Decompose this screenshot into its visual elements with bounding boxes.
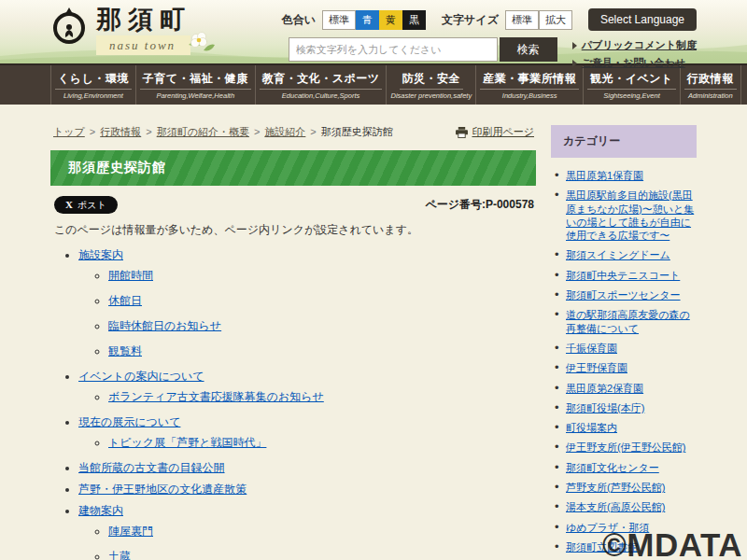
category-link[interactable]: 那須スイミングドーム <box>566 249 670 260</box>
nav-item-jp: 防災・安全 <box>400 71 464 90</box>
intro-text: このページは情報量が多いため、ページ内リンクが設定されています。 <box>54 222 534 238</box>
category-link[interactable]: 黒田原第1保育園 <box>566 170 643 181</box>
toc-item: 施設案内開館時間休館日臨時休館日のお知らせ観覧料 <box>78 247 536 359</box>
color-scheme-label: 色合い <box>282 12 316 28</box>
category-item: 町役場案内 <box>554 421 697 434</box>
quick-link-0[interactable]: パブリックコメント制度 <box>572 38 697 52</box>
arrow-right-icon <box>572 42 577 49</box>
category-item: 千振保育園 <box>554 342 697 355</box>
print-page-link[interactable]: 印刷用ページ <box>456 125 534 139</box>
toc-sublink[interactable]: トピック展「芦野と戦国時代」 <box>108 436 266 449</box>
toc-subitem: 開館時間 <box>108 268 536 284</box>
category-item: 那須町文化センター <box>554 461 697 474</box>
toc-sublink[interactable]: ボランティア古文書応援隊募集のお知らせ <box>108 390 324 403</box>
category-link[interactable]: 黒田原駅前多目的施設(黒田原まちなか広場)〜憩いと集いの場として誰もが自由に使用… <box>566 189 694 241</box>
category-link[interactable]: 町役場案内 <box>566 422 617 433</box>
toc-item: 建物案内陣屋裏門土蔵展示館設計 <box>78 503 536 560</box>
category-item: 湯本支所(高原公民館) <box>554 500 697 513</box>
nav-item-6[interactable]: 行政情報Administration <box>681 65 741 105</box>
category-link[interactable]: 那須町スポーツセンター <box>566 289 681 301</box>
page-title: 那須歴史探訪館 <box>50 150 536 186</box>
select-language-button[interactable]: Select Language <box>588 8 697 31</box>
site-header: 那須町 nasu town <box>0 0 747 63</box>
x-logo-icon: X <box>65 199 73 211</box>
nav-item-4[interactable]: 産業・事業所情報Industry,Business <box>476 65 584 105</box>
font-size-option-1[interactable]: 拡大 <box>539 10 572 30</box>
category-link[interactable]: 湯本支所(高原公民館) <box>566 501 665 512</box>
toc-link[interactable]: 現在の展示について <box>78 415 180 428</box>
nav-item-5[interactable]: 観光・イベントSightseeing,Event <box>584 65 681 105</box>
category-item: 那須スイミングドーム <box>554 248 697 261</box>
toc-subitem: 陣屋裏門 <box>108 524 536 539</box>
category-link[interactable]: 伊王野保育園 <box>566 362 627 373</box>
category-link[interactable]: 那須町中央テニスコート <box>566 270 680 281</box>
nav-item-3[interactable]: 防災・安全Disaster prevention,safety <box>387 65 476 105</box>
category-item: 黒田原駅前多目的施設(黒田原まちなか広場)〜憩いと集いの場として誰もが自由に使用… <box>554 189 697 242</box>
toc-link[interactable]: 当館所蔵の古文書の目録公開 <box>78 461 225 474</box>
breadcrumb-item-2[interactable]: 那須町の紹介・概要 <box>157 126 249 137</box>
breadcrumb-item-3[interactable]: 施設紹介 <box>264 126 305 137</box>
category-link[interactable]: 那須町文化センター <box>566 462 659 473</box>
font-size-option-0[interactable]: 標準 <box>505 10 539 30</box>
category-link[interactable]: 芦野支所(芦野公民館) <box>566 482 665 493</box>
page-toc: 施設案内開館時間休館日臨時休館日のお知らせ観覧料イベントの案内についてボランティ… <box>50 247 536 560</box>
breadcrumb-separator: > <box>310 126 316 137</box>
category-link[interactable]: 伊王野支所(伊王野公民館) <box>566 441 685 453</box>
nav-item-0[interactable]: くらし・環境Living,Environment <box>50 65 136 105</box>
quick-link-1[interactable]: ご意見・お問い合わせ <box>572 56 697 70</box>
nav-item-1[interactable]: 子育て・福祉・健康Parenting,Welfare,Health <box>136 65 256 105</box>
flower-icon <box>183 28 215 56</box>
toc-link[interactable]: イベントの案内について <box>78 370 204 383</box>
toc-subitem: 休館日 <box>108 293 536 309</box>
toc-item: 現在の展示についてトピック展「芦野と戦国時代」 <box>78 414 536 451</box>
breadcrumb-item-0[interactable]: トップ <box>53 126 85 137</box>
toc-sublink[interactable]: 観覧料 <box>108 344 142 357</box>
page-number: ページ番号:P-000578 <box>425 197 534 213</box>
site-logo[interactable]: 那須町 nasu town <box>50 6 191 70</box>
color-scheme-options: 標準青黄黒 <box>322 10 426 30</box>
nav-item-en: Sightseeing,Event <box>603 91 659 100</box>
category-link[interactable]: 那須町役場(本庁) <box>566 402 644 413</box>
toc-link[interactable]: 建物案内 <box>78 504 123 517</box>
toc-sublink[interactable]: 開館時間 <box>108 269 153 282</box>
nav-item-jp: 子育て・福祉・健康 <box>140 71 251 90</box>
color-option-3[interactable]: 黒 <box>402 10 426 30</box>
search-button[interactable]: 検索 <box>500 37 557 62</box>
nav-item-jp: 行政情報 <box>684 71 737 90</box>
toc-link[interactable]: 芦野・伊王野地区の文化遺産散策 <box>78 483 247 496</box>
site-subtitle-strip: nasu town <box>96 35 190 55</box>
x-post-button[interactable]: X ポスト <box>54 196 118 214</box>
quick-link-label: ご意見・お問い合わせ <box>582 56 685 70</box>
color-option-1[interactable]: 青 <box>356 10 379 30</box>
breadcrumb: トップ>行政情報>那須町の紹介・概要>施設紹介>那須歴史探訪館 <box>53 125 393 139</box>
breadcrumb-separator: > <box>146 126 151 137</box>
post-row: X ポスト ページ番号:P-000578 <box>54 196 534 214</box>
category-link[interactable]: 黒田原第2保育園 <box>566 383 643 394</box>
category-item: 伊王野支所(伊王野公民館) <box>554 441 697 454</box>
toc-link[interactable]: 施設案内 <box>78 248 123 261</box>
nav-item-en: Administration <box>688 91 733 100</box>
toc-sublink[interactable]: 休館日 <box>108 294 142 307</box>
nav-item-jp: 教育・文化・スポーツ <box>260 71 383 90</box>
category-link[interactable]: 千振保育園 <box>566 343 617 354</box>
toc-sublist: 陣屋裏門土蔵展示館設計 <box>78 524 536 560</box>
nav-item-2[interactable]: 教育・文化・スポーツEducation,Culture,Sports <box>256 65 388 105</box>
toc-sublink[interactable]: 土蔵 <box>108 550 131 560</box>
breadcrumb-item-1[interactable]: 行政情報 <box>100 126 141 137</box>
toc-subitem: トピック展「芦野と戦国時代」 <box>108 435 536 451</box>
quick-links: パブリックコメント制度ご意見・お問い合わせ <box>572 37 697 70</box>
color-option-2[interactable]: 黄 <box>379 10 402 30</box>
toc-subitem: 臨時休館日のお知らせ <box>108 318 536 334</box>
search-bar: 検索 パブリックコメント制度ご意見・お問い合わせ <box>289 37 697 70</box>
category-item: 芦野支所(芦野公民館) <box>554 481 697 494</box>
category-link[interactable]: 道の駅那須高原友愛の森の再整備について <box>566 309 690 333</box>
toc-item: 芦野・伊王野地区の文化遺産散策 <box>78 482 536 497</box>
toc-sublink[interactable]: 陣屋裏門 <box>108 525 153 538</box>
watermark: ©MDATA <box>602 526 742 560</box>
toc-sublink[interactable]: 臨時休館日のお知らせ <box>108 319 221 332</box>
color-option-0[interactable]: 標準 <box>322 10 356 30</box>
category-item: 道の駅那須高原友愛の森の再整備について <box>554 308 697 335</box>
search-input[interactable] <box>289 37 498 62</box>
nav-item-en: Living,Environment <box>63 91 123 100</box>
arrow-right-icon <box>572 60 577 67</box>
